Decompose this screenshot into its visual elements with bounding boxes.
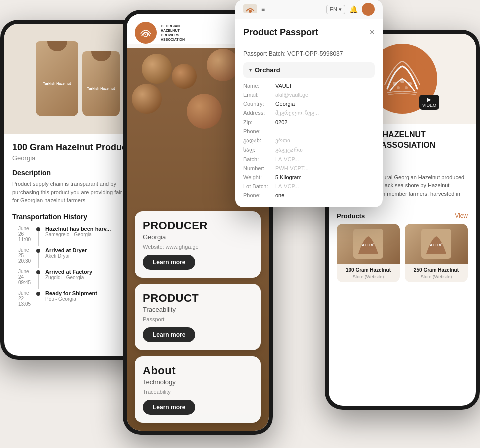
detail-row: Batch: LA-VCP... (243, 156, 375, 162)
producer-title: PRODUCER (143, 220, 253, 232)
svg-point-8 (397, 86, 400, 90)
modal-status-bar: ≡ EN ▾ 🔔 (235, 0, 383, 20)
hamburger-icon[interactable]: ≡ (261, 6, 265, 13)
timeline-time: June 2520:30 (18, 248, 33, 264)
svg-text:ALTRÉ: ALTRÉ (362, 243, 375, 248)
play-icon: ▶ (427, 97, 431, 102)
detail-value: მეგრელო, ზუგ... (275, 110, 319, 116)
timeline-event: Arrived at Dryer (45, 248, 87, 254)
producer-card: PRODUCER Georgia Website: www.ghga.ge Le… (135, 212, 261, 278)
svg-point-9 (405, 86, 408, 90)
timeline-dot (36, 292, 40, 296)
timeline-dot (36, 249, 40, 253)
timeline-location: Aketi Dryar (45, 254, 87, 259)
svg-point-6 (400, 80, 404, 84)
product-card: PRODUCT Traceability Passport Learn more (135, 284, 261, 350)
product-learn-btn[interactable]: Learn more (143, 328, 195, 342)
timeline-content: Hazelnut has been harv... Samegrelo - Ge… (45, 226, 111, 238)
detail-value: akil@vault.ge (275, 92, 308, 98)
bag-1: Turkish Hazelnut (36, 42, 78, 116)
product-thumb-name: 100 Gram Hazelnut (337, 264, 400, 274)
video-badge[interactable]: ▶ VIDEO (419, 95, 439, 110)
detail-row: Zip: 0202 (243, 120, 375, 126)
detail-row: Country: Georgia (243, 101, 375, 107)
svg-text:ALTRÉ: ALTRÉ (430, 243, 443, 248)
detail-row: Address: მეგრელო, ზუგ... (243, 110, 375, 116)
detail-row: Lot Batch: LA-VCP... (243, 184, 375, 190)
product-thumb-card[interactable]: ALTRÉ 100 Gram Hazelnut Store (Website) (337, 224, 400, 282)
detail-key: საფ: (243, 147, 273, 154)
detail-key: Batch: (243, 156, 273, 162)
timeline-dot (36, 228, 40, 232)
product-bags: Turkish Hazelnut Turkish Hazelnut (36, 42, 120, 116)
about-card: About Technology Traceability Learn more (135, 356, 261, 423)
detail-value: გაგეტართ (275, 147, 303, 154)
detail-row: Email: akil@vault.ge (243, 92, 375, 98)
detail-value: ერთი (275, 138, 290, 144)
logo-circle (135, 22, 157, 44)
org-logo-svg (138, 25, 154, 41)
timeline-location: Samegrelo - Georgia (45, 232, 111, 238)
detail-row: Number: PWH-VCPT... (243, 166, 375, 172)
passport-modal: ≡ EN ▾ 🔔 Product Passport × Passport Bat… (235, 0, 383, 208)
detail-key: Phone: (243, 192, 273, 198)
svg-point-3 (249, 10, 252, 13)
product-img-svg: ALTRÉ (353, 229, 383, 259)
product-thumb-img: ALTRÉ (405, 224, 468, 264)
detail-value: LA-VCP... (275, 184, 299, 190)
detail-key: გადახ: (243, 138, 273, 144)
detail-key: Address: (243, 110, 273, 116)
middle-cards-area: PRODUCER Georgia Website: www.ghga.ge Le… (127, 204, 269, 431)
modal-close-btn[interactable]: × (369, 28, 375, 38)
timeline-content: Ready for Shipment Poti - Georgia (45, 290, 97, 302)
detail-value: PWH-VCPT... (275, 166, 309, 172)
detail-key: Phone: (243, 128, 273, 134)
product-card-title: PRODUCT (143, 292, 253, 305)
bag-1-label: Turkish Hazelnut (43, 82, 71, 86)
svg-point-5 (393, 82, 397, 86)
detail-row: Name: VAULT (243, 83, 375, 89)
products-title: Products (337, 212, 365, 220)
detail-value: 5 Kilogram (275, 174, 302, 180)
product-thumb-store: Store (Website) (405, 274, 468, 282)
product-thumb-card[interactable]: ALTRÉ 250 Gram Hazelnut Store (Website) (405, 224, 468, 282)
passport-details: Name: VAULT Email: akil@vault.ge Country… (243, 83, 375, 198)
user-avatar[interactable] (362, 3, 375, 16)
product-card-subtitle: Traceability (143, 306, 253, 314)
accordion-chevron: ▾ (249, 68, 252, 73)
timeline-dot (36, 270, 40, 274)
detail-key: Weight: (243, 174, 273, 180)
timeline-event: Hazelnut has been harv... (45, 226, 111, 232)
product-img-svg: ALTRÉ (421, 229, 451, 259)
svg-point-7 (408, 82, 412, 86)
product-thumb-img: ALTRÉ (337, 224, 400, 264)
detail-value: one (275, 192, 284, 198)
modal-title: Product Passport (243, 28, 318, 38)
detail-key: Country: (243, 101, 273, 107)
producer-subtitle: Georgia (143, 234, 253, 241)
modal-body: Passport Batch: VCPT-OPP-5998037 ▾ Orcha… (235, 44, 383, 208)
timeline-time: June 2409:45 (18, 269, 33, 286)
notification-icon[interactable]: 🔔 (349, 6, 358, 14)
org-name: GEORGIAN HAZELNUT GROWERS ASSOCIATION (161, 24, 185, 42)
timeline-location: Poti - Georgia (45, 296, 97, 302)
view-link[interactable]: View (455, 212, 468, 220)
passport-batch: Passport Batch: VCPT-OPP-5998037 (243, 50, 375, 58)
product-card-extra: Passport (143, 316, 253, 322)
detail-key: Email: (243, 92, 273, 98)
accordion-orchard[interactable]: ▾ Orchard (243, 62, 375, 78)
timeline-content: Arrived at Factory Zugdidi - Georgia (45, 269, 92, 280)
producer-learn-btn[interactable]: Learn more (143, 255, 195, 270)
timeline-event: Arrived at Factory (45, 269, 92, 275)
detail-value: VAULT (275, 83, 292, 89)
about-learn-btn[interactable]: Learn more (143, 400, 195, 415)
timeline-event: Ready for Shipment (45, 290, 97, 296)
bag-2: Turkish Hazelnut (82, 52, 120, 116)
language-selector[interactable]: EN ▾ (326, 5, 345, 14)
products-header: Products View (337, 212, 468, 220)
product-cards-row: ALTRÉ 100 Gram Hazelnut Store (Website) … (337, 224, 468, 282)
detail-key: Name: (243, 83, 273, 89)
detail-value: Georgia (275, 101, 295, 107)
detail-value: 0202 (275, 120, 287, 126)
producer-website: Website: www.ghga.ge (143, 244, 253, 250)
